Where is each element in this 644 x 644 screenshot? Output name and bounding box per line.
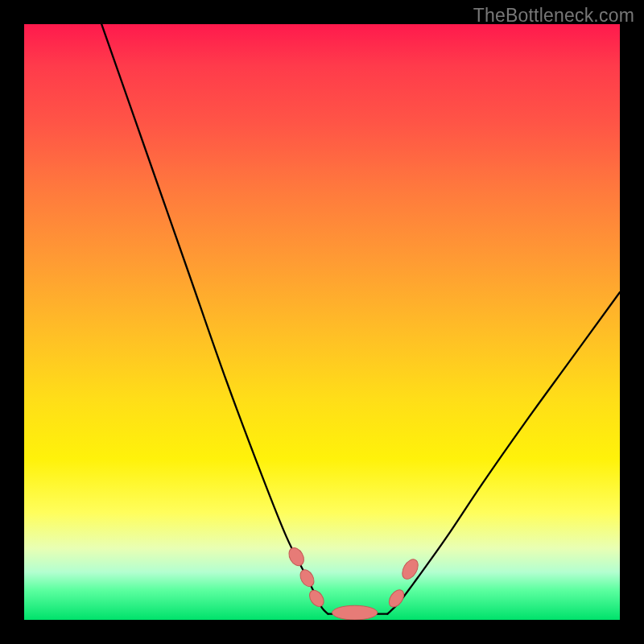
data-marker-0 [286,545,307,568]
series-right-curve [387,292,620,614]
curve-layer [101,24,620,614]
data-marker-1 [298,568,317,589]
watermark-text: TheBottleneck.com [473,5,634,27]
marker-layer [286,545,421,620]
plot-area [24,24,620,620]
series-left-curve [101,24,328,614]
data-marker-3 [332,605,378,620]
chart-svg [24,24,620,620]
data-marker-2 [307,588,327,609]
chart-frame: TheBottleneck.com [0,0,644,644]
data-marker-4 [386,587,407,609]
